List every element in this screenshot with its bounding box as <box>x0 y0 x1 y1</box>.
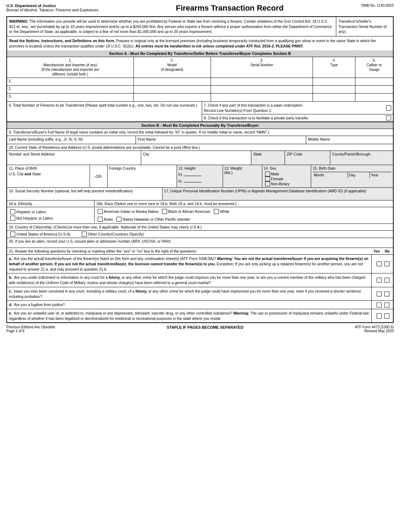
q10-county[interactable]: County/Parish/Borough <box>330 151 393 165</box>
q10-street-label: Number and Street Address <box>9 152 139 156</box>
q19-other-checkbox[interactable] <box>82 232 87 237</box>
q21b-item: b. Are you under indictment or informati… <box>7 273 393 287</box>
footer-staple: STAPLE IF PAGES BECOME SEPARATED <box>167 325 244 333</box>
q16-ssn[interactable]: 16. Social Security Number (optional, bu… <box>7 188 162 200</box>
q9-last-name[interactable]: Last Name (including suffix, e.g., Jr, S… <box>7 136 136 144</box>
q14-sex[interactable]: 14. Sex Male Female Non-Binary <box>262 165 312 187</box>
q18b-header: 18b. Race (Select one or more race in 18… <box>95 200 393 207</box>
q15-year[interactable]: Year <box>370 172 392 178</box>
q14-male-label: Male <box>271 172 279 176</box>
table-row: 1. <box>7 78 393 86</box>
no-header: No <box>383 249 391 253</box>
row2-caliber[interactable] <box>355 86 393 93</box>
footer-obsolete: Previous Editions Are Obsolete <box>6 325 55 329</box>
q21d-text: d. Are you a fugitive from justice? <box>7 301 372 309</box>
q21a-no-checkbox[interactable] <box>384 261 389 266</box>
row3-manufacturer[interactable]: 3. <box>7 94 134 101</box>
row2-manufacturer[interactable]: 2. <box>7 86 134 93</box>
q15-month[interactable]: Month <box>313 172 348 178</box>
q11-birth[interactable]: 11. Place of Birth U.S. City and State <box>7 165 90 187</box>
row1-caliber[interactable] <box>355 78 393 85</box>
q18b-asian-checkbox[interactable] <box>98 217 103 222</box>
row1-type[interactable] <box>313 78 356 85</box>
yes-header: Yes <box>373 249 381 253</box>
q18b-aian-checkbox[interactable] <box>98 209 103 214</box>
q12-label: 12. Height <box>178 166 221 170</box>
q18a-not-hispanic-checkbox[interactable] <box>10 216 15 221</box>
row3-serial[interactable] <box>211 94 313 101</box>
q10-state[interactable]: State <box>251 151 285 165</box>
q11-or-label: -OR- <box>90 165 108 187</box>
q18b-aian-label: American Indian or Alaska Native <box>104 209 159 214</box>
q10-zip-label: ZIP Code <box>287 152 328 156</box>
q10-street[interactable]: Number and Street Address <box>7 151 141 165</box>
q15-label: 15. Birth Date <box>313 166 392 170</box>
q18b-nhopi-checkbox[interactable] <box>116 217 121 222</box>
q9-label: 9. Transferee's/Buyer's Full Name (If le… <box>7 129 393 136</box>
row3-model[interactable] <box>134 94 211 101</box>
q11-foreign[interactable]: Foreign Country <box>108 165 177 187</box>
q20-alien[interactable]: 20. If you are an alien, record your U.S… <box>7 238 393 248</box>
q20-label: 20. If you are an alien, record your U.S… <box>9 239 171 243</box>
q10-city-label: City <box>143 152 250 156</box>
q17-upin[interactable]: 17. Unique Personal Identification Numbe… <box>162 188 393 200</box>
q14-label: 14. Sex <box>264 166 310 170</box>
row3-caliber[interactable] <box>355 94 393 101</box>
row2-type[interactable] <box>313 86 356 93</box>
row1-serial[interactable] <box>211 78 313 85</box>
q19-other-label: Other Country/Countries (Specify): <box>88 232 145 236</box>
q7-8-box: 7. Check if any part of this transaction… <box>202 102 393 121</box>
q7-checkbox[interactable] <box>386 106 391 111</box>
q19-label: 19. Country of Citizenship: (Check/List … <box>7 224 393 231</box>
q21b-text: b. Are you under indictment or informati… <box>7 273 372 287</box>
row1-manufacturer[interactable]: 1. <box>7 78 134 85</box>
q14-female-label: Female <box>271 177 284 181</box>
q21a-yes-checkbox[interactable] <box>377 261 382 266</box>
q18b-asian-label: Asian <box>104 217 113 221</box>
table-row: 3. <box>7 94 393 101</box>
q21d-yes-checkbox[interactable] <box>377 302 382 307</box>
q18a-hispanic-checkbox[interactable] <box>10 209 15 214</box>
q14-male-checkbox[interactable] <box>265 171 270 176</box>
q12-height[interactable]: 12. Height Ft. In. <box>177 165 223 187</box>
q21b-yes-checkbox[interactable] <box>377 278 382 283</box>
q11-us-label: U.S. City and State <box>9 172 88 176</box>
table-row: 2. <box>7 86 393 94</box>
q21e-yes-checkbox[interactable] <box>377 313 382 318</box>
q10-zip[interactable]: ZIP Code <box>285 151 330 165</box>
col-header-5: 5.Caliber orGauge <box>355 57 393 78</box>
q21-header: 21. Answer the following questions by ch… <box>7 248 393 255</box>
q7-text: 7. Check if any part of this transaction… <box>204 103 385 113</box>
q14-nonbinary-checkbox[interactable] <box>265 181 270 186</box>
q21c-text: c. Have you ever been convicted in any c… <box>7 287 372 300</box>
q14-female-checkbox[interactable] <box>265 176 270 181</box>
row1-model[interactable] <box>134 78 211 85</box>
q21e-no-checkbox[interactable] <box>384 313 389 318</box>
footer-left: Previous Editions Are Obsolete Page 1 of… <box>6 325 55 333</box>
q8-checkbox[interactable] <box>386 115 391 120</box>
q21c-yes-checkbox[interactable] <box>377 292 382 296</box>
q21d-no-checkbox[interactable] <box>384 302 389 307</box>
q18b-black-checkbox[interactable] <box>162 209 167 214</box>
row3-type[interactable] <box>313 94 356 101</box>
section-b-header: Section B - Must Be Completed Personally… <box>7 122 393 129</box>
q10-city[interactable]: City <box>141 151 252 165</box>
row2-model[interactable] <box>134 86 211 93</box>
q21c-no-checkbox[interactable] <box>384 292 389 296</box>
q9-first-name[interactable]: First Name <box>136 136 306 144</box>
q10-label: 10. Current State of Residence and Addre… <box>7 144 393 151</box>
q21e-text: e. Are you an unlawful user of, or addic… <box>7 309 372 322</box>
form-title: Firearms Transaction Record <box>176 4 284 13</box>
q21d-item: d. Are you a fugitive from justice? <box>7 301 393 309</box>
q12-in-label: In. <box>178 178 221 183</box>
q19-usa-checkbox[interactable] <box>10 232 15 237</box>
q9-last-label: Last Name (including suffix, e.g., Jr, S… <box>9 137 134 141</box>
q15-day[interactable]: Day <box>348 172 370 178</box>
footer-page: Page 1 of 6 <box>6 329 55 333</box>
warning-text: WARNING: The information you provide wil… <box>7 17 336 36</box>
q21b-no-checkbox[interactable] <box>384 278 389 283</box>
q13-weight[interactable]: 13. Weight(lbs.) <box>223 165 262 187</box>
q9-middle-name[interactable]: Middle Name <box>306 136 393 144</box>
q18b-white-checkbox[interactable] <box>214 209 219 214</box>
row2-serial[interactable] <box>211 86 313 93</box>
